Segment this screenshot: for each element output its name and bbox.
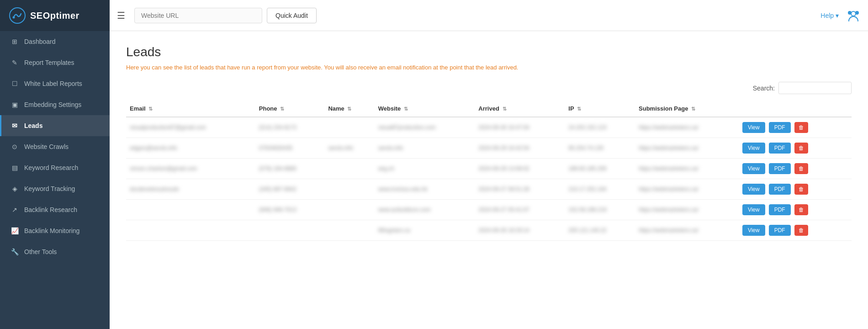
cell-ip: 188.60.185.200 [565, 159, 635, 179]
view-button[interactable]: View [742, 225, 765, 236]
delete-button[interactable]: 🗑 [794, 163, 808, 174]
cell-arrived: 2024-09-27 08:51:28 [475, 179, 565, 200]
sidebar-item-backlink-monitoring[interactable]: 📈 Backlink Monitoring [0, 220, 110, 241]
sidebar-item-other-tools[interactable]: 🔧 Other Tools [0, 241, 110, 262]
user-icon[interactable] [846, 8, 861, 23]
col-actions [739, 101, 852, 117]
sort-icon-ip: ⇅ [577, 106, 581, 111]
other-tools-icon: 🔧 [11, 248, 19, 256]
svg-point-3 [855, 11, 859, 15]
page-title: Leads [126, 45, 852, 59]
sidebar-nav: ⊞ Dashboard ✎ Report Templates ☐ White L… [0, 31, 110, 329]
logo-icon [9, 7, 26, 24]
sidebar-item-backlink-research[interactable]: ↗ Backlink Research [0, 199, 110, 220]
cell-name [324, 159, 374, 179]
pdf-button[interactable]: PDF [769, 122, 791, 133]
col-name[interactable]: Name ⇅ [324, 101, 374, 117]
sidebar-item-label: Leads [24, 122, 42, 129]
cell-ip: 24.202.152.123 [565, 117, 635, 138]
pdf-button[interactable]: PDF [769, 184, 791, 195]
sort-icon-arrived: ⇅ [503, 106, 507, 111]
delete-button[interactable]: 🗑 [794, 204, 808, 215]
url-input[interactable] [134, 8, 262, 23]
delete-button[interactable]: 🗑 [794, 225, 808, 236]
pdf-button[interactable]: PDF [769, 225, 791, 236]
sidebar-item-dashboard[interactable]: ⊞ Dashboard [0, 31, 110, 52]
search-label: Search: [753, 85, 775, 92]
cell-arrived: 2024-09-30 16:47:04 [475, 117, 565, 138]
delete-button[interactable]: 🗑 [794, 122, 808, 133]
cell-phone: (579) 194-6880 [255, 159, 325, 179]
cell-name [324, 179, 374, 200]
col-ip[interactable]: IP ⇅ [565, 101, 635, 117]
cell-ip: 85.254.74.135 [565, 138, 635, 159]
sidebar-item-white-label-reports[interactable]: ☐ White Label Reports [0, 73, 110, 94]
table-row: (946) 948-7013www.acibuildcon.com2024-09… [126, 200, 852, 220]
cell-name [324, 220, 374, 241]
hamburger-button[interactable]: ☰ [117, 10, 125, 21]
cell-submission_page: https://webmarketers.ca/ [635, 159, 739, 179]
quick-audit-button[interactable]: Quick Audit [267, 8, 317, 23]
col-website[interactable]: Website ⇅ [375, 101, 475, 117]
sort-icon-name: ⇅ [347, 106, 351, 111]
view-button[interactable]: View [742, 204, 765, 215]
cell-ip: 210.17.252.164 [565, 179, 635, 200]
view-button[interactable]: View [742, 143, 765, 154]
keyword-research-icon: ▤ [11, 164, 19, 172]
sidebar-item-report-templates[interactable]: ✎ Report Templates [0, 52, 110, 73]
cell-phone: (946) 948-7013 [255, 200, 325, 220]
cell-phone [255, 220, 325, 241]
cell-email [126, 220, 255, 241]
col-phone[interactable]: Phone ⇅ [255, 101, 325, 117]
sidebar-item-embedding-settings[interactable]: ▣ Embedding Settings [0, 94, 110, 115]
cell-email: visualproduction87@gmail.com [126, 117, 255, 138]
col-email[interactable]: Email ⇅ [126, 101, 255, 117]
svg-point-2 [851, 11, 856, 16]
delete-button[interactable]: 🗑 [794, 143, 808, 154]
header: ☰ Quick Audit Help ▾ [110, 0, 868, 31]
cell-website: www.acibuildcon.com [375, 200, 475, 220]
delete-button[interactable]: 🗑 [794, 184, 808, 195]
view-button[interactable]: View [742, 163, 765, 174]
svg-point-4 [848, 11, 852, 15]
sidebar-item-website-crawls[interactable]: ⊙ Website Crawls [0, 136, 110, 157]
cell-submission_page: https://webmarketers.ca/ [635, 117, 739, 138]
pdf-button[interactable]: PDF [769, 163, 791, 174]
pdf-button[interactable]: PDF [769, 204, 791, 215]
cell-arrived: 2024-09-27 05:41:07 [475, 200, 565, 220]
cell-email: edgars@serols.info [126, 138, 255, 159]
sidebar-item-keyword-research[interactable]: ▤ Keyword Research [0, 157, 110, 178]
search-input[interactable] [778, 82, 852, 94]
cell-name: serols.info [324, 138, 374, 159]
cell-arrived: 2024-09-29 16:42:54 [475, 138, 565, 159]
sidebar-item-label: Keyword Tracking [24, 185, 75, 192]
cell-email: dscdevedvsudvsudv [126, 179, 255, 200]
cell-actions: ViewPDF🗑 [739, 200, 852, 220]
cell-submission_page: https://webmarketers.ca/ [635, 200, 739, 220]
cell-website: liftingstars.ca [375, 220, 475, 241]
col-submission-page[interactable]: Submission Page ⇅ [635, 101, 739, 117]
cell-phone: (345) 687-6942 [255, 179, 325, 200]
view-button[interactable]: View [742, 122, 765, 133]
cell-actions: ViewPDF🗑 [739, 159, 852, 179]
sidebar-item-label: Report Templates [24, 59, 74, 66]
cell-ip: 152.58.198.219 [565, 200, 635, 220]
cell-website: visual87production.com [375, 117, 475, 138]
sidebar-item-leads[interactable]: ✉ Leads [0, 115, 110, 136]
sort-icon-email: ⇅ [148, 106, 153, 111]
table-row: liftingstars.ca2024-09-26 18:29:14205.12… [126, 220, 852, 241]
sidebar-item-label: Website Crawls [24, 143, 69, 150]
help-link[interactable]: Help ▾ [820, 12, 839, 19]
sidebar-item-label: Embedding Settings [24, 101, 81, 108]
backlink-research-icon: ↗ [11, 206, 19, 214]
view-button[interactable]: View [742, 184, 765, 195]
cell-phone: 07634630435 [255, 138, 325, 159]
table-row: dscdevedvsudvsudv(345) 687-6942www.invic… [126, 179, 852, 200]
cell-website: serols.info [375, 138, 475, 159]
col-arrived[interactable]: Arrived ⇅ [475, 101, 565, 117]
content: Leads Here you can see the list of leads… [110, 31, 868, 329]
table-header-row: Email ⇅ Phone ⇅ Name ⇅ Website ⇅ [126, 101, 852, 117]
sidebar-item-keyword-tracking[interactable]: ◈ Keyword Tracking [0, 178, 110, 199]
pdf-button[interactable]: PDF [769, 143, 791, 154]
cell-actions: ViewPDF🗑 [739, 138, 852, 159]
